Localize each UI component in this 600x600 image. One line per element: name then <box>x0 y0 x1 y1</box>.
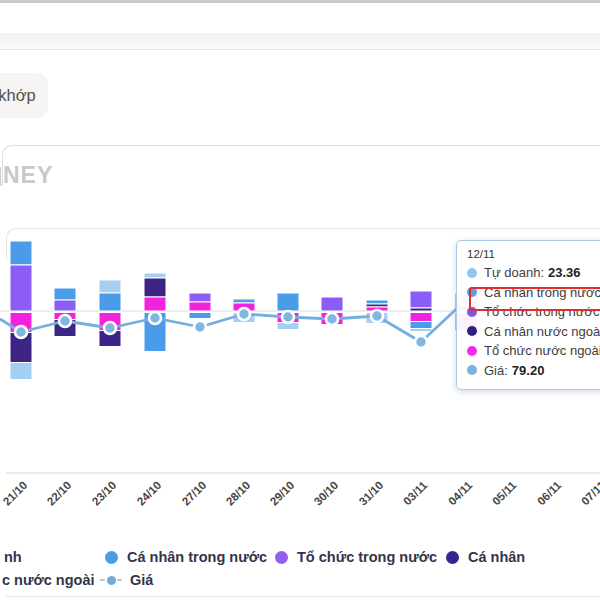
x-tick-label-07/11: 07/11 <box>579 479 600 508</box>
price-point-23/10[interactable] <box>104 322 116 334</box>
tooltip-row-0: Tự doanh: 23.36 <box>467 263 600 283</box>
outer-card-border <box>2 145 600 186</box>
x-tick-label-22/10: 22/10 <box>45 479 74 508</box>
legend-item[interactable]: Tổ chức trong nước <box>275 546 437 568</box>
bar-segment-tctn-21/10[interactable] <box>10 265 32 311</box>
tooltip-series-dot <box>467 365 477 375</box>
bar-segment-cntn-27/10[interactable] <box>189 313 211 319</box>
x-tick-label-28/10: 28/10 <box>224 479 253 508</box>
tooltip-row-1: Cá nhân trong nước <box>467 283 600 303</box>
bar-segment-cntn-29/10[interactable] <box>277 293 299 311</box>
bar-segment-cntn-03/11[interactable] <box>410 322 432 329</box>
x-tick-label-23/10: 23/10 <box>90 479 119 508</box>
tooltip-row-4: Tổ chức nước ngoài <box>467 341 600 361</box>
tooltip-series-label: Tổ chức nước ngoài <box>484 343 600 358</box>
khop-filter-button[interactable]: khớp <box>0 73 48 118</box>
legend-item[interactable]: nh <box>4 546 22 568</box>
x-tick-label-24/10: 24/10 <box>135 479 164 508</box>
price-point-22/10[interactable] <box>59 315 71 327</box>
tooltip-series-dot <box>467 268 477 278</box>
legend-label: nh <box>4 549 22 565</box>
bar-segment-cntn-28/10[interactable] <box>233 299 255 303</box>
top-divider <box>0 0 600 3</box>
price-point-03/11[interactable] <box>415 336 427 348</box>
bar-segment-tctn-03/11[interactable] <box>410 291 432 308</box>
legend-label: Cá nhân <box>468 549 525 565</box>
logo-cropped-letter <box>0 167 1 186</box>
price-line-marker-icon <box>100 576 122 585</box>
bar-segment-cntn-23/10[interactable] <box>99 293 121 311</box>
bar-segment-tcnn-24/10[interactable] <box>144 297 166 311</box>
x-tick-label-27/10: 27/10 <box>180 479 209 508</box>
tooltip-series-label: Giá: <box>484 363 508 378</box>
bar-segment-td-23/10[interactable] <box>99 280 121 293</box>
tooltip-series-value: 23.36 <box>548 265 581 280</box>
header-band <box>0 33 600 50</box>
tooltip-series-label: Cá nhân nước ngoài <box>484 324 600 339</box>
tooltip-date: 12/11 <box>467 248 600 260</box>
tooltip-series-value: 79.20 <box>512 363 545 378</box>
x-tick-label-21/10: 21/10 <box>1 479 30 508</box>
tooltip-row-2: Tổ chức trong nước <box>467 302 600 322</box>
x-tick-label-30/10: 30/10 <box>312 479 341 508</box>
price-point-30/10[interactable] <box>326 313 338 325</box>
site-logo: NEY <box>3 162 53 189</box>
legend-item[interactable]: Cá nhân trong nước <box>105 546 267 568</box>
legend-dot-icon <box>446 551 459 564</box>
bar-segment-tctn-30/10[interactable] <box>321 297 343 311</box>
x-tick-label-04/11: 04/11 <box>446 479 475 508</box>
bar-segment-td-03/11[interactable] <box>410 329 432 332</box>
chart-tooltip: 12/11 Tự doanh: 23.36Cá nhân trong nướcT… <box>456 240 600 390</box>
tooltip-series-label: Cá nhân trong nước <box>484 285 600 300</box>
tooltip-series-label: Tự doanh: <box>484 265 544 280</box>
bar-segment-tcnn-03/11[interactable] <box>410 313 432 322</box>
legend-label: c nước ngoài <box>2 572 95 588</box>
bar-segment-cntn-21/10[interactable] <box>10 241 32 265</box>
tooltip-series-dot <box>467 326 477 336</box>
x-axis-labels: 21/1022/1023/1024/1027/1028/1029/1030/10… <box>1 479 600 508</box>
price-point-24/10[interactable] <box>149 312 161 324</box>
bar-segment-td-24/10[interactable] <box>144 273 166 278</box>
x-tick-label-03/11: 03/11 <box>401 479 430 508</box>
tooltip-series-dot <box>467 307 477 317</box>
legend-item[interactable]: c nước ngoài <box>2 569 95 591</box>
legend-dot-icon <box>275 551 288 564</box>
bar-segment-cntn-31/10[interactable] <box>366 300 388 304</box>
tooltip-row-3: Cá nhân nước ngoài <box>467 322 600 342</box>
bar-segment-tctn-27/10[interactable] <box>189 293 211 302</box>
legend-label: Giá <box>130 572 153 588</box>
x-tick-label-05/11: 05/11 <box>490 479 519 508</box>
price-point-27/10[interactable] <box>194 321 206 333</box>
price-point-31/10[interactable] <box>371 310 383 322</box>
tooltip-series-label: Tổ chức trong nước <box>484 304 600 319</box>
x-tick-label-06/11: 06/11 <box>535 479 564 508</box>
legend-label: Tổ chức trong nước <box>297 549 437 565</box>
bar-segment-cnnn-03/11[interactable] <box>410 308 432 311</box>
tooltip-series-dot <box>467 346 477 356</box>
legend-item[interactable]: Cá nhân <box>446 546 525 568</box>
x-tick-label-29/10: 29/10 <box>268 479 297 508</box>
tooltip-series-dot <box>467 287 477 297</box>
x-tick-label-31/10: 31/10 <box>357 479 386 508</box>
bar-segment-cntn-22/10[interactable] <box>54 288 76 300</box>
tooltip-row-5: Giá: 79.20 <box>467 361 600 381</box>
price-point-29/10[interactable] <box>282 311 294 323</box>
bar-segment-tctn-22/10[interactable] <box>54 300 76 311</box>
legend-item[interactable]: Giá <box>100 569 153 591</box>
bar-segment-cnnn-24/10[interactable] <box>144 278 166 297</box>
legend-label: Cá nhân trong nước <box>127 549 267 565</box>
app-page: khớp NEY 21/1022/1023/1024/1027/1028/102… <box>0 0 600 600</box>
bar-segment-td-21/10[interactable] <box>10 363 32 380</box>
price-point-28/10[interactable] <box>238 308 250 320</box>
bar-segment-tcnn-27/10[interactable] <box>189 302 211 311</box>
price-point-21/10[interactable] <box>15 326 27 338</box>
legend-dot-icon <box>105 551 118 564</box>
